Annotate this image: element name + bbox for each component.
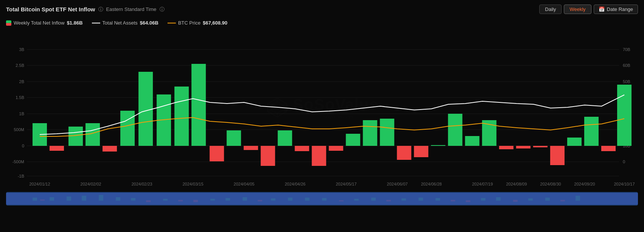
bar-35 <box>617 85 632 146</box>
assets-swatch <box>92 23 100 23</box>
bar-10 <box>191 64 206 146</box>
bar-9 <box>174 87 189 146</box>
svg-text:2B: 2B <box>19 79 24 84</box>
bar-11 <box>209 146 224 161</box>
chart-area: .grid-line { stroke: #2a2a2a; stroke-wid… <box>6 29 638 191</box>
calendar-icon: 📅 <box>599 6 605 12</box>
page-title: Total Bitcoin Spot ETF Net Inflow <box>6 6 95 12</box>
inflow-label: Weekly Total Net Inflow <box>14 20 65 26</box>
bar-13 <box>244 146 258 150</box>
assets-value: $64.06B <box>140 20 158 26</box>
bar-4 <box>85 123 100 146</box>
svg-text:2024/06/07: 2024/06/07 <box>387 182 408 186</box>
svg-text:2.5B: 2.5B <box>16 63 24 68</box>
bar-16 <box>295 146 309 151</box>
svg-rect-85 <box>6 193 638 205</box>
svg-text:2024/06/28: 2024/06/28 <box>421 182 442 186</box>
legend-item-assets: Total Net Assets $64.06B <box>92 20 158 26</box>
bar-23 <box>414 146 428 157</box>
svg-text:3B: 3B <box>19 47 24 52</box>
svg-text:2024/04/26: 2024/04/26 <box>285 182 306 186</box>
header-row: Total Bitcoin Spot ETF Net Inflow ⓘ East… <box>6 5 638 14</box>
bar-28 <box>499 146 514 149</box>
inflow-value: $1.86B <box>67 20 83 26</box>
bar-30 <box>533 146 548 147</box>
svg-text:0: 0 <box>623 159 625 164</box>
date-range-button[interactable]: 📅 Date Range <box>594 5 638 14</box>
mini-chart <box>6 192 638 206</box>
bar-31 <box>550 146 565 165</box>
bar-12 <box>227 130 241 146</box>
timezone-label: Eastern Standard Time <box>106 6 157 12</box>
inflow-swatch <box>6 20 11 26</box>
svg-text:2024/10/17: 2024/10/17 <box>614 182 635 186</box>
bar-19 <box>346 134 360 146</box>
daily-button[interactable]: Daily <box>539 5 562 14</box>
svg-text:-500M: -500M <box>12 159 24 164</box>
date-range-label: Date Range <box>607 6 633 12</box>
title-area: Total Bitcoin Spot ETF Net Inflow ⓘ East… <box>6 6 164 13</box>
svg-text:50B: 50B <box>623 79 630 84</box>
svg-text:1B: 1B <box>19 111 24 116</box>
bar-6 <box>120 111 135 146</box>
svg-text:1.5B: 1.5B <box>16 95 24 100</box>
bar-33 <box>584 117 599 146</box>
svg-text:2024/08/09: 2024/08/09 <box>506 182 527 186</box>
bar-2 <box>50 146 64 151</box>
bar-26 <box>465 136 480 146</box>
bar-17 <box>312 146 326 166</box>
svg-text:2024/02/02: 2024/02/02 <box>81 182 101 186</box>
legend-row: Weekly Total Net Inflow $1.86B Total Net… <box>6 17 638 28</box>
svg-text:2024/03/15: 2024/03/15 <box>183 182 203 186</box>
svg-text:0: 0 <box>22 144 24 148</box>
bar-32 <box>567 138 582 146</box>
weekly-button[interactable]: Weekly <box>564 5 591 14</box>
bar-21 <box>380 119 394 146</box>
svg-text:-1B: -1B <box>18 174 24 178</box>
bar-14 <box>261 146 275 166</box>
svg-text:60B: 60B <box>623 63 630 68</box>
svg-text:70B: 70B <box>623 47 630 52</box>
svg-text:2024/05/17: 2024/05/17 <box>336 182 357 186</box>
assets-label: Total Net Assets <box>102 20 138 26</box>
bar-24 <box>431 145 445 146</box>
bar-29 <box>516 146 531 148</box>
bar-3 <box>68 127 83 146</box>
bar-25 <box>448 114 462 146</box>
svg-text:2024/02/23: 2024/02/23 <box>132 182 152 186</box>
bar-34 <box>601 146 616 151</box>
bar-7 <box>138 72 153 146</box>
title-info-icon[interactable]: ⓘ <box>98 6 103 13</box>
main-chart-svg: .grid-line { stroke: #2a2a2a; stroke-wid… <box>6 29 638 191</box>
svg-text:2024/08/30: 2024/08/30 <box>540 182 561 186</box>
bar-18 <box>329 146 343 151</box>
bar-5 <box>102 146 117 152</box>
btc-swatch <box>168 23 176 23</box>
btc-value: $67,608.90 <box>203 20 227 26</box>
bar-20 <box>363 120 377 146</box>
svg-text:2024/07/19: 2024/07/19 <box>472 182 493 186</box>
svg-text:2024/01/12: 2024/01/12 <box>29 182 50 186</box>
svg-text:2024/09/20: 2024/09/20 <box>574 182 595 186</box>
bar-22 <box>397 146 411 160</box>
btc-label: BTC Price <box>178 20 200 26</box>
scrollbar-area[interactable] <box>6 192 638 206</box>
legend-item-inflow: Weekly Total Net Inflow $1.86B <box>6 20 83 26</box>
svg-text:2024/04/05: 2024/04/05 <box>234 182 254 186</box>
legend-item-btc: BTC Price $67,608.90 <box>168 20 227 26</box>
timezone-info-icon[interactable]: ⓘ <box>160 6 164 13</box>
bar-15 <box>278 130 292 146</box>
main-container: Total Bitcoin Spot ETF Net Inflow ⓘ East… <box>0 0 644 232</box>
svg-text:500M: 500M <box>14 127 24 132</box>
controls-area: Daily Weekly 📅 Date Range <box>539 5 638 14</box>
